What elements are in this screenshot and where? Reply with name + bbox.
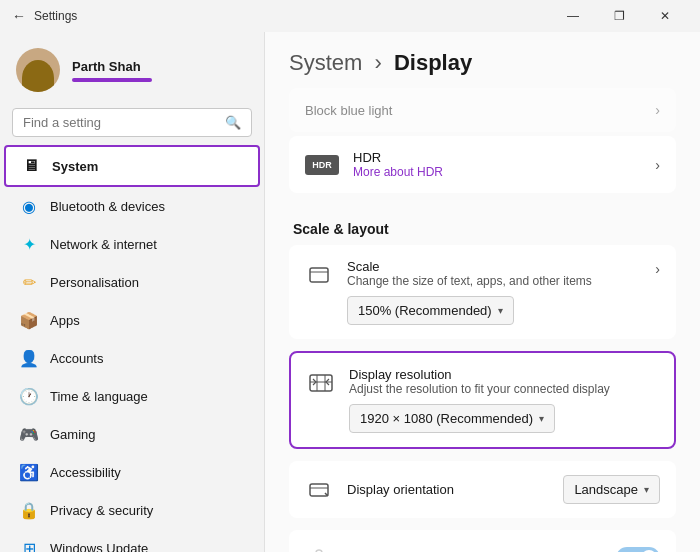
scale-chevron: ▾	[498, 305, 503, 316]
gaming-icon: 🎮	[20, 425, 38, 443]
svg-rect-0	[310, 268, 328, 282]
content-area: System › Display Block blue light › HDR	[265, 32, 700, 552]
back-button[interactable]: ←	[12, 8, 26, 24]
apps-icon: 📦	[20, 311, 38, 329]
block-blue-light-row: Block blue light ›	[289, 88, 676, 132]
rotation-lock-block: Rotation lock On	[289, 530, 676, 552]
close-button[interactable]: ✕	[642, 0, 688, 32]
nav-item-bluetooth[interactable]: ◉ Bluetooth & devices	[4, 187, 260, 225]
breadcrumb-parent: System	[289, 50, 362, 75]
orientation-value: Landscape	[574, 482, 638, 497]
rotation-lock-row[interactable]: Rotation lock On	[289, 530, 676, 552]
hdr-row[interactable]: HDR HDR More about HDR ›	[289, 136, 676, 193]
search-box[interactable]: 🔍	[12, 108, 252, 137]
orientation-dropdown[interactable]: Landscape ▾	[563, 475, 660, 504]
user-bar	[72, 78, 152, 82]
orientation-block: Display orientation Landscape ▾	[289, 461, 676, 518]
nav-item-privacy[interactable]: 🔒 Privacy & security	[4, 491, 260, 529]
scale-label: Scale	[347, 259, 641, 274]
resolution-label: Display resolution	[349, 367, 658, 382]
hdr-label: HDR	[353, 150, 641, 165]
user-name: Parth Shah	[72, 59, 152, 74]
scale-block: Scale Change the size of text, apps, and…	[289, 245, 676, 339]
nav-label-privacy: Privacy & security	[50, 503, 153, 518]
scale-layout-label: Scale & layout	[289, 205, 676, 245]
minimize-button[interactable]: —	[550, 0, 596, 32]
nav-label-time: Time & language	[50, 389, 148, 404]
scale-arrow[interactable]: ›	[655, 261, 660, 277]
nav-item-time[interactable]: 🕐 Time & language	[4, 377, 260, 415]
nav-item-gaming[interactable]: 🎮 Gaming	[4, 415, 260, 453]
accessibility-icon: ♿	[20, 463, 38, 481]
resolution-chevron: ▾	[539, 413, 544, 424]
rotation-lock-icon	[305, 544, 333, 552]
title-bar-title: Settings	[34, 9, 77, 23]
user-section: Parth Shah	[0, 32, 264, 104]
hdr-arrow: ›	[655, 157, 660, 173]
search-icon: 🔍	[225, 115, 241, 130]
nav-label-system: System	[52, 159, 98, 174]
blue-light-label: Block blue light	[305, 103, 641, 118]
blue-light-arrow: ›	[655, 102, 660, 118]
display-resolution-row[interactable]: Display resolution Adjust the resolution…	[291, 353, 674, 447]
scale-dropdown[interactable]: 150% (Recommended) ▾	[347, 296, 514, 325]
search-input[interactable]	[23, 115, 217, 130]
scale-icon	[305, 261, 333, 289]
breadcrumb-separator: ›	[374, 50, 381, 75]
scale-description: Change the size of text, apps, and other…	[347, 274, 641, 288]
rotation-lock-toggle[interactable]	[616, 547, 660, 552]
nav-label-accessibility: Accessibility	[50, 465, 121, 480]
nav-item-apps[interactable]: 📦 Apps	[4, 301, 260, 339]
nav-label-gaming: Gaming	[50, 427, 96, 442]
breadcrumb: System › Display	[289, 50, 676, 76]
nav-label-network: Network & internet	[50, 237, 157, 252]
personalisation-icon: ✏	[20, 273, 38, 291]
title-bar: ← Settings — ❐ ✕	[0, 0, 700, 32]
resolution-value: 1920 × 1080 (Recommended)	[360, 411, 533, 426]
nav-label-windows-update: Windows Update	[50, 541, 148, 553]
orientation-row[interactable]: Display orientation Landscape ▾	[289, 461, 676, 518]
nav-item-accounts[interactable]: 👤 Accounts	[4, 339, 260, 377]
nav-label-apps: Apps	[50, 313, 80, 328]
bluetooth-icon: ◉	[20, 197, 38, 215]
hdr-icon: HDR	[305, 155, 339, 175]
hdr-block: HDR HDR More about HDR ›	[289, 136, 676, 193]
nav-item-accessibility[interactable]: ♿ Accessibility	[4, 453, 260, 491]
time-icon: 🕐	[20, 387, 38, 405]
orientation-chevron: ▾	[644, 484, 649, 495]
nav-item-personalisation[interactable]: ✏ Personalisation	[4, 263, 260, 301]
nav-item-network[interactable]: ✦ Network & internet	[4, 225, 260, 263]
svg-rect-1	[310, 375, 332, 391]
nav-label-personalisation: Personalisation	[50, 275, 139, 290]
display-resolution-block: Display resolution Adjust the resolution…	[289, 351, 676, 449]
nav-item-windows-update[interactable]: ⊞ Windows Update	[4, 529, 260, 552]
resolution-description: Adjust the resolution to fit your connec…	[349, 382, 658, 396]
maximize-button[interactable]: ❐	[596, 0, 642, 32]
scale-value: 150% (Recommended)	[358, 303, 492, 318]
system-icon: 🖥	[22, 157, 40, 175]
content-header: System › Display	[265, 32, 700, 88]
window-controls: — ❐ ✕	[550, 0, 688, 32]
hdr-sublabel[interactable]: More about HDR	[353, 165, 641, 179]
accounts-icon: 👤	[20, 349, 38, 367]
resolution-dropdown[interactable]: 1920 × 1080 (Recommended) ▾	[349, 404, 555, 433]
privacy-icon: 🔒	[20, 501, 38, 519]
orientation-icon	[305, 476, 333, 504]
windows-update-icon: ⊞	[20, 539, 38, 552]
resolution-icon	[307, 369, 335, 397]
nav-label-accounts: Accounts	[50, 351, 103, 366]
sidebar: Parth Shah 🔍 🖥 System ◉ Bluetooth & devi…	[0, 32, 265, 552]
avatar	[16, 48, 60, 92]
breadcrumb-current: Display	[394, 50, 472, 75]
user-info: Parth Shah	[72, 59, 152, 82]
nav-item-system[interactable]: 🖥 System	[4, 145, 260, 187]
network-icon: ✦	[20, 235, 38, 253]
content-scroll[interactable]: Block blue light › HDR HDR More about HD…	[265, 88, 700, 552]
orientation-label: Display orientation	[347, 482, 549, 497]
nav-label-bluetooth: Bluetooth & devices	[50, 199, 165, 214]
scale-row[interactable]: Scale Change the size of text, apps, and…	[289, 245, 676, 339]
